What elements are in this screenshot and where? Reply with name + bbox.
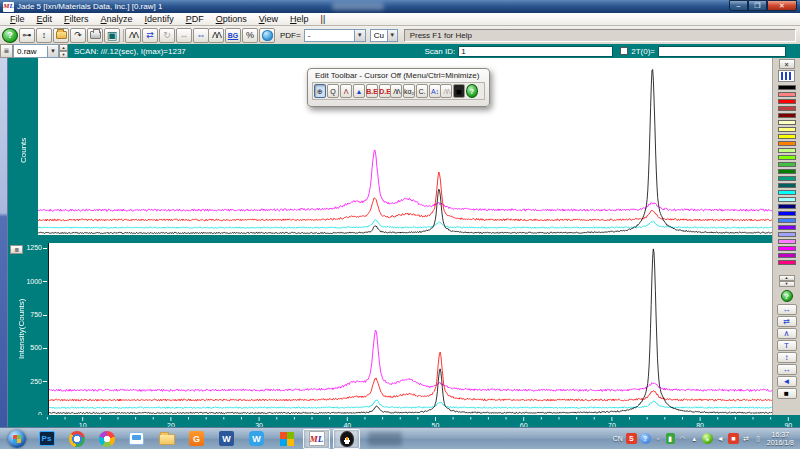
strip-spinner[interactable]: ▲▼ [779, 275, 795, 287]
menu-analyze[interactable]: Analyze [95, 13, 139, 25]
scan-color-swatch-5[interactable] [778, 120, 796, 125]
scan-color-swatch-24[interactable] [778, 253, 796, 258]
help-orb-icon[interactable]: ? [640, 433, 651, 444]
menu-edit[interactable]: Edit [31, 13, 59, 25]
menu-options[interactable]: Options [210, 13, 253, 25]
scan-color-swatch-11[interactable] [778, 162, 796, 167]
scan-color-swatch-4[interactable] [778, 113, 796, 118]
license-key-button[interactable]: ⊶ [19, 28, 35, 43]
box-cursor-button[interactable]: ⊕ [314, 84, 326, 98]
photoshop-app[interactable]: Ps [33, 429, 60, 449]
scan-color-swatch-12[interactable] [778, 169, 796, 174]
close-button[interactable]: ✕ [767, 0, 797, 11]
expand-axis-button[interactable]: ⇔ [193, 28, 209, 43]
profile-fit-button[interactable]: ▲ [353, 84, 365, 98]
scan-color-swatch-22[interactable] [778, 239, 796, 244]
peak-id-button[interactable]: ΛΛ [390, 84, 402, 98]
two-theta-input[interactable] [658, 46, 786, 57]
menu-help[interactable]: Help [284, 13, 315, 25]
scan-color-swatch-17[interactable] [778, 204, 796, 209]
anode-combobox[interactable]: Cu ▼ [370, 29, 398, 42]
volume-icon[interactable]: ◄ [716, 433, 725, 445]
chevron-down-icon[interactable]: ▼ [47, 46, 58, 57]
two-theta-checkbox[interactable] [620, 47, 628, 55]
background-button[interactable]: BG [225, 28, 241, 43]
show-hidden-caret[interactable]: ▴ [690, 433, 699, 445]
normalize-button[interactable]: % [242, 28, 258, 43]
file-spinner[interactable]: ▲▼ [59, 44, 68, 58]
scan-color-swatch-10[interactable] [778, 155, 796, 160]
chat-app[interactable] [123, 429, 150, 449]
tall-axis-button[interactable]: T [777, 340, 797, 351]
edit-toolbar-window[interactable]: Edit Toolbar - Cursor Off (Menu/Ctrl=Min… [307, 68, 490, 107]
pdf-reader-app[interactable]: G [183, 429, 210, 449]
main-plot-svg[interactable] [48, 243, 772, 415]
scan-color-swatch-21[interactable] [778, 232, 796, 237]
record-icon[interactable]: ■ [728, 433, 739, 444]
close-panel-button[interactable]: × [779, 59, 795, 69]
open-file-button[interactable] [53, 28, 69, 43]
ka2-strip-button[interactable]: kα₂ [403, 84, 415, 98]
internet-button[interactable] [259, 28, 275, 43]
minimize-button[interactable]: – [729, 0, 748, 11]
scan-color-swatch-9[interactable] [778, 148, 796, 153]
scan-color-swatch-19[interactable] [778, 218, 796, 223]
file-explorer-app[interactable] [153, 429, 180, 449]
shift-scans-button[interactable]: ⇄ [777, 316, 797, 327]
taskbar-clock[interactable]: 16:37 2016/1/8 [767, 431, 794, 447]
scan-color-swatch-16[interactable] [778, 197, 796, 202]
sync-icon[interactable]: ⇄ [742, 433, 751, 445]
usb-device-icon[interactable]: ▮ [666, 433, 675, 444]
scan-color-swatch-23[interactable] [778, 246, 796, 251]
edit-toolbar-title[interactable]: Edit Toolbar - Cursor Off (Menu/Ctrl=Min… [308, 69, 489, 81]
scan-color-swatch-13[interactable] [778, 176, 796, 181]
help-button[interactable]: ? [2, 28, 18, 43]
panel-menu-button[interactable]: ≣ [10, 245, 23, 254]
scan-color-swatch-2[interactable] [778, 99, 796, 104]
app-grid[interactable] [273, 429, 300, 449]
strip-help-button[interactable]: ? [781, 290, 793, 302]
scan-color-swatch-14[interactable] [778, 183, 796, 188]
sort-scans-button[interactable]: ↕ [36, 28, 52, 43]
wifi-icon[interactable]: ◠ [678, 433, 687, 445]
menu-view[interactable]: View [253, 13, 284, 25]
chrome-app[interactable] [63, 429, 90, 449]
scan-color-swatch-20[interactable] [778, 225, 796, 230]
stack-scans-button[interactable]: ∧ [777, 328, 797, 339]
scan-color-swatch-8[interactable] [778, 141, 796, 146]
left-scrollbar[interactable] [0, 58, 8, 427]
scan-color-swatch-6[interactable] [778, 127, 796, 132]
be-edit-button[interactable]: B.E [366, 84, 378, 98]
print-button[interactable] [87, 28, 103, 43]
save-button[interactable]: ▣ [104, 28, 120, 43]
expand-horizontal-button[interactable]: ↔ [777, 304, 797, 315]
sogou-s-icon[interactable]: S [626, 433, 637, 444]
wps-app[interactable]: W [243, 429, 270, 449]
display-peaks-button[interactable]: ΛΛ [125, 28, 141, 43]
word-app[interactable]: W [213, 429, 240, 449]
import-scan-button[interactable]: ↷ [70, 28, 86, 43]
maximize-button[interactable]: ❐ [748, 0, 767, 11]
scan-color-swatch-1[interactable] [778, 92, 796, 97]
phone-icon[interactable]: ▯ [754, 433, 763, 445]
quadrant-view-button[interactable]: ◼ [453, 84, 465, 98]
overlay-scans-button[interactable]: ⇄ [142, 28, 158, 43]
scan-color-swatch-3[interactable] [778, 106, 796, 111]
find-peaks-button[interactable]: ΛΛ [208, 28, 224, 43]
pinwheel-browser-app[interactable] [93, 429, 120, 449]
scan-color-swatch-7[interactable] [778, 134, 796, 139]
scan-menu-button[interactable]: ≣ [0, 44, 13, 58]
chevron-down-icon[interactable]: ▼ [387, 30, 397, 41]
edit-help-button[interactable]: ? [466, 84, 478, 98]
zoom-button[interactable]: Q [327, 84, 339, 98]
qq-penguin-app[interactable] [333, 429, 360, 449]
scan-id-input[interactable] [458, 46, 613, 57]
expand-vertical-button[interactable]: ↕ [777, 352, 797, 363]
pointer-left-button[interactable]: ◄ [777, 376, 797, 387]
mini-icon[interactable]: ▫ [654, 433, 663, 445]
background-edit-button[interactable]: Λ [340, 84, 352, 98]
scan-color-swatch-15[interactable] [778, 190, 796, 195]
fit-width-button[interactable]: ↔ [777, 364, 797, 375]
pdf-combobox[interactable]: - ▼ [304, 29, 366, 42]
menu-file[interactable]: File [4, 13, 31, 25]
